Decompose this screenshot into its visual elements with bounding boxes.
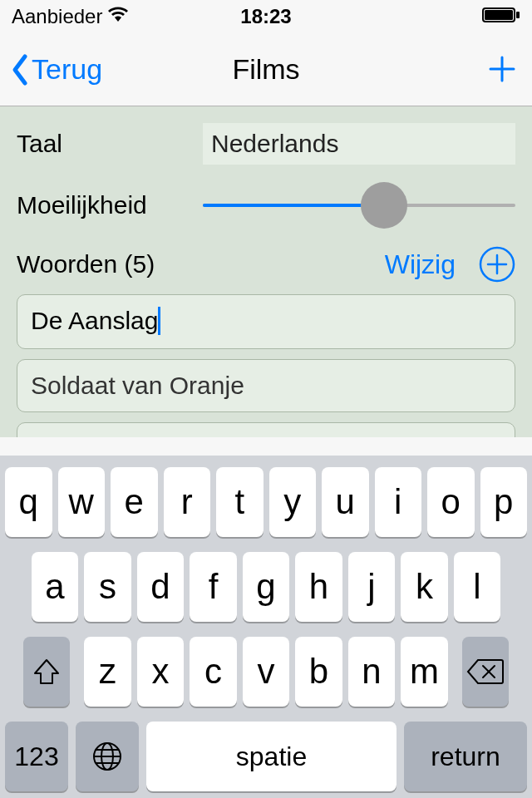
slider-thumb[interactable] (361, 182, 407, 229)
key-space[interactable]: spatie (146, 722, 397, 791)
word-input-1[interactable]: Soldaat van Oranje (17, 359, 515, 412)
key-e[interactable]: e (111, 467, 158, 537)
key-q[interactable]: q (5, 467, 52, 537)
key-f[interactable]: f (190, 552, 237, 622)
key-g[interactable]: g (243, 552, 290, 622)
key-return[interactable]: return (404, 722, 527, 791)
add-word-button[interactable] (479, 246, 515, 283)
key-b[interactable]: b (295, 637, 342, 707)
back-label: Terug (32, 53, 102, 86)
svg-rect-1 (485, 10, 513, 20)
key-w[interactable]: w (58, 467, 106, 537)
words-header: Woorden (5) Wijzig (17, 246, 515, 283)
key-c[interactable]: c (190, 637, 237, 707)
keyboard-row-2: a s d f g h j k l (5, 552, 527, 622)
key-a[interactable]: a (32, 552, 79, 622)
key-t[interactable]: t (216, 467, 264, 537)
wifi-icon (107, 5, 129, 28)
key-globe[interactable] (76, 722, 139, 791)
word-text: De Aanslag (31, 307, 158, 334)
status-time: 18:23 (240, 5, 291, 28)
shift-icon (30, 655, 63, 688)
key-y[interactable]: y (269, 467, 317, 537)
word-input-2[interactable]: Turks Fruit (17, 422, 515, 437)
key-shift[interactable] (23, 637, 71, 707)
plus-icon (487, 54, 517, 84)
content-area: Taal Nederlands Moeilijkheid Woorden (5)… (0, 106, 532, 437)
key-u[interactable]: u (322, 467, 369, 537)
text-cursor (158, 307, 160, 335)
difficulty-slider[interactable] (203, 185, 515, 226)
word-text: Turks Fruit (31, 435, 149, 437)
key-r[interactable]: r (164, 467, 211, 537)
carrier-label: Aanbieder (12, 5, 102, 28)
difficulty-row: Moeilijkheid (17, 185, 515, 226)
key-x[interactable]: x (137, 637, 185, 707)
key-v[interactable]: v (243, 637, 290, 707)
status-bar: Aanbieder 18:23 (0, 0, 532, 33)
language-field[interactable]: Nederlands (203, 123, 515, 165)
back-button[interactable]: Terug (10, 53, 102, 86)
battery-icon (482, 5, 520, 28)
key-j[interactable]: j (348, 552, 396, 622)
language-label: Taal (17, 130, 203, 158)
key-z[interactable]: z (84, 637, 131, 707)
plus-circle-icon (479, 246, 515, 283)
keyboard-row-1: q w e r t y u i o p (5, 467, 527, 537)
chevron-left-icon (10, 53, 30, 86)
word-text: Soldaat van Oranje (31, 372, 244, 399)
slider-fill (203, 204, 384, 207)
svg-rect-2 (516, 12, 520, 18)
keyboard-row-4: 123 spatie return (5, 722, 527, 791)
key-o[interactable]: o (427, 467, 475, 537)
status-right (482, 5, 520, 28)
language-row: Taal Nederlands (17, 123, 515, 165)
nav-bar: Terug Films (0, 33, 532, 106)
key-numbers[interactable]: 123 (5, 722, 68, 791)
key-d[interactable]: d (137, 552, 185, 622)
words-title: Woorden (5) (17, 250, 155, 278)
page-title: Films (232, 53, 299, 86)
difficulty-label: Moeilijkheid (17, 191, 203, 219)
status-left: Aanbieder (12, 5, 129, 28)
add-button[interactable] (487, 49, 522, 91)
keyboard-row-3: z x c v b n m (5, 637, 527, 707)
keyboard: q w e r t y u i o p a s d f g h j k l z … (0, 456, 532, 798)
key-n[interactable]: n (348, 637, 396, 707)
globe-icon (91, 740, 124, 773)
word-input-0[interactable]: De Aanslag (17, 294, 515, 349)
key-i[interactable]: i (375, 467, 422, 537)
key-h[interactable]: h (295, 552, 342, 622)
key-l[interactable]: l (454, 552, 501, 622)
backspace-icon (466, 657, 505, 687)
key-backspace[interactable] (462, 637, 510, 707)
key-s[interactable]: s (84, 552, 131, 622)
edit-button[interactable]: Wijzig (385, 249, 456, 280)
key-p[interactable]: p (480, 467, 528, 537)
words-actions: Wijzig (385, 246, 515, 283)
key-m[interactable]: m (401, 637, 448, 707)
key-k[interactable]: k (401, 552, 448, 622)
